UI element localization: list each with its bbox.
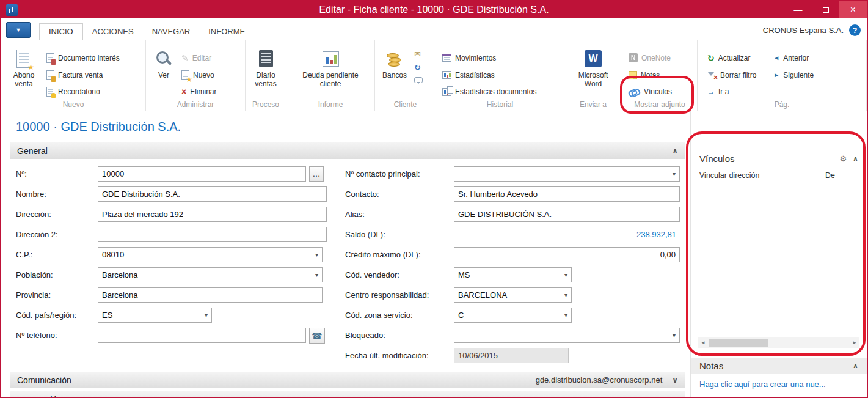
fasttab-comunicacion-header[interactable]: Comunicación gde.distribucion.sa@cronusc…: [10, 372, 685, 388]
vinculos-col-direccion[interactable]: Vincular dirección: [699, 171, 759, 180]
no-field[interactable]: 10000: [98, 166, 306, 182]
journal-icon: [259, 50, 273, 67]
comment-bubble-icon[interactable]: [414, 77, 423, 83]
field-row: Dirección: Plaza del mercado 192: [16, 204, 345, 224]
bloqueado-field[interactable]: ▾: [454, 328, 680, 343]
collapse-notas-icon[interactable]: ∧: [853, 362, 858, 370]
nuevo-button[interactable]: ★Nuevo: [181, 68, 217, 82]
collapse-vinculos-icon[interactable]: ∧: [853, 155, 858, 163]
application-menu-button[interactable]: ▼: [6, 22, 31, 38]
dropdown-arrow-icon[interactable]: ▾: [673, 171, 676, 177]
close-button[interactable]: ×: [839, 1, 867, 18]
recordatorio-button[interactable]: Recordatorio: [46, 85, 120, 98]
siguiente-button[interactable]: ►Siguiente: [773, 68, 814, 82]
sync-arrows-icon[interactable]: ↻: [414, 64, 423, 72]
dropdown-arrow-icon[interactable]: ▾: [564, 312, 567, 319]
window-title: Editar - Ficha cliente - 10000 · GDE Dis…: [1, 4, 867, 15]
company-name: CRONUS España S.A.: [763, 26, 844, 35]
actualizar-button[interactable]: ↻Actualizar: [707, 51, 756, 65]
factura-venta-button[interactable]: Factura venta: [46, 68, 120, 82]
nombre-field[interactable]: GDE Distribución S.A.: [98, 186, 327, 202]
contacto-principal-field[interactable]: ▾: [454, 166, 680, 182]
dropdown-arrow-icon[interactable]: ▾: [564, 271, 567, 278]
ver-button[interactable]: Ver: [150, 44, 178, 98]
field-label: Contacto:: [345, 190, 454, 199]
provincia-field[interactable]: Barcelona: [98, 287, 323, 303]
minimize-button[interactable]: —: [784, 1, 812, 18]
dropdown-arrow-icon[interactable]: ▾: [315, 251, 318, 258]
vendedor-field[interactable]: MS▾: [454, 267, 572, 282]
dropdown-arrow-icon[interactable]: ▾: [673, 332, 676, 339]
dropdown-arrow-icon[interactable]: ▾: [315, 271, 318, 278]
fasttab-facturacion-header[interactable]: Facturación NACIONAL NAC... ∨: [10, 391, 685, 398]
expand-comunicacion-icon[interactable]: ∨: [672, 376, 678, 385]
notas-button[interactable]: Notas: [629, 68, 672, 82]
facturacion-summary-1: NACIONAL: [529, 395, 569, 398]
field-row: Nº: 10000 …: [16, 164, 345, 184]
estadisticas-documentos-button[interactable]: Estadísticas documentos: [442, 85, 536, 98]
dropdown-arrow-icon[interactable]: ▾: [564, 292, 567, 298]
anterior-button[interactable]: ◄Anterior: [773, 51, 814, 65]
field-row: Bloqueado: ▾: [345, 325, 680, 345]
help-icon[interactable]: ?: [849, 24, 861, 36]
saldo-drilldown-link[interactable]: 238.932,81: [454, 227, 680, 242]
field-label: Cód. zona servicio:: [345, 311, 454, 320]
tab-navegar[interactable]: NAVEGAR: [143, 24, 200, 40]
bancos-button[interactable]: Bancos: [379, 44, 410, 98]
poblacion-field[interactable]: Barcelona▾: [98, 267, 323, 282]
expand-facturacion-icon[interactable]: ∨: [672, 396, 678, 398]
direccion-field[interactable]: Plaza del mercado 192: [98, 207, 327, 222]
alias-field[interactable]: GDE DISTRIBUCIÓN S.A.: [454, 207, 680, 222]
credito-maximo-field[interactable]: 0,00: [454, 247, 680, 262]
fasttab-general-header[interactable]: General ∧: [10, 142, 685, 159]
factbox-actions-gear-icon[interactable]: ⚙: [839, 155, 847, 163]
vinculos-column-headers: Vincular dirección De: [691, 168, 867, 183]
scroll-left-icon[interactable]: ◄: [698, 340, 708, 345]
tab-acciones[interactable]: ACCIONES: [83, 24, 143, 40]
vinculos-button[interactable]: Vínculos: [629, 85, 672, 98]
microsoft-word-button[interactable]: W Microsoft Word: [571, 44, 616, 98]
cp-field[interactable]: 08010▾: [98, 247, 323, 262]
phone-assist-button[interactable]: ☎: [309, 328, 325, 344]
ir-a-button[interactable]: →Ir a: [707, 85, 756, 98]
estadisticas-button[interactable]: Estadísticas: [442, 68, 536, 82]
field-row: Nombre: GDE Distribución S.A.: [16, 184, 345, 204]
field-label: Crédito máximo (DL):: [345, 250, 454, 259]
field-row: Saldo (DL): 238.932,81: [345, 224, 680, 245]
diario-ventas-button[interactable]: Diario ventas: [249, 44, 282, 98]
doc-statistics-icon: [442, 88, 451, 96]
pais-region-field[interactable]: ES▾: [98, 308, 212, 323]
field-label: Centro responsabilidad:: [345, 290, 454, 300]
assist-edit-button[interactable]: …: [309, 166, 324, 182]
movimientos-button[interactable]: Movimientos: [442, 51, 536, 65]
collapse-general-icon[interactable]: ∧: [672, 147, 678, 155]
vinculos-horizontal-scrollbar[interactable]: ◄ ►: [698, 337, 859, 348]
eliminar-button[interactable]: ×Eliminar: [181, 85, 217, 98]
dropdown-arrow-icon[interactable]: ▾: [205, 312, 208, 319]
field-label: Población:: [16, 270, 98, 279]
telefono-field[interactable]: [98, 328, 306, 343]
centro-responsabilidad-field[interactable]: BARCELONA▾: [454, 287, 572, 303]
star-icon: ★: [27, 64, 34, 70]
ribbon-group-informe: Deuda pendiente cliente Informe: [286, 40, 375, 111]
group-label-mostrar-adjunto: Mostrar adjunto: [622, 100, 697, 109]
tab-informe[interactable]: INFORME: [199, 24, 254, 40]
borrar-filtro-button[interactable]: Borrar filtro: [707, 68, 756, 82]
zona-servicio-field[interactable]: C▾: [454, 308, 572, 323]
ribbon-group-proceso: Diario ventas Proceso: [246, 40, 286, 111]
create-note-link[interactable]: Haga clic aquí para crear una nue...: [691, 374, 867, 394]
direccion2-field[interactable]: [98, 227, 327, 242]
vinculos-empty-list[interactable]: [691, 183, 867, 337]
abono-venta-button[interactable]: ★ Abono venta: [5, 44, 43, 98]
mail-icon[interactable]: ✉: [414, 50, 423, 58]
scrollbar-thumb[interactable]: [709, 339, 768, 347]
tab-inicio[interactable]: INICIO: [39, 23, 83, 40]
vinculos-col-descripcion[interactable]: De: [825, 171, 835, 180]
maximize-button[interactable]: [812, 1, 839, 18]
documento-interes-button[interactable]: Documento interés: [46, 51, 120, 65]
deuda-pendiente-button[interactable]: Deuda pendiente cliente: [302, 44, 359, 98]
field-label: Cód. vendedor:: [345, 270, 454, 279]
comunicacion-summary: gde.distribucion.sa@cronuscorp.net: [536, 375, 663, 385]
contacto-field[interactable]: Sr. Humberto Acevedo: [454, 186, 680, 202]
scroll-right-icon[interactable]: ►: [850, 340, 859, 345]
